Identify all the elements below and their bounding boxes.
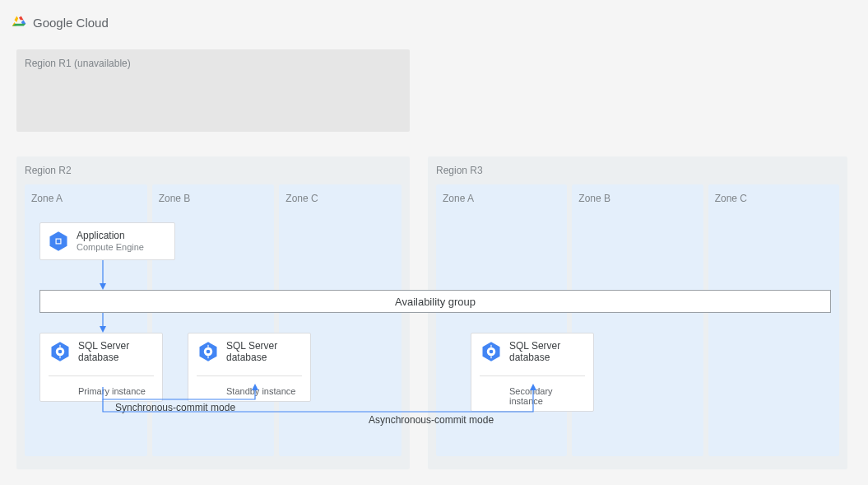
sync-commit-label: Synchronous-commit mode (115, 402, 235, 413)
region-r2-label: Region R2 (25, 165, 402, 176)
db-standby-card: SQL Server database Standby instance (188, 333, 311, 402)
svg-rect-11 (207, 345, 208, 347)
region-r2: Region R2 Zone A Zone B Zone C (16, 156, 410, 469)
divider (480, 375, 585, 376)
r3-zone-b-label: Zone B (578, 193, 696, 204)
r2-zone-b-label: Zone B (159, 193, 268, 204)
svg-rect-6 (59, 345, 60, 347)
region-r3-label: Region R3 (436, 165, 839, 176)
header: Google Cloud (0, 0, 868, 39)
async-commit-label: Asynchronous-commit mode (369, 414, 494, 426)
r3-zone-c: Zone C (708, 184, 839, 456)
divider (49, 375, 154, 376)
r2-zone-c-label: Zone C (285, 193, 395, 204)
application-subtitle: Compute Engine (77, 242, 144, 253)
availability-group: Availability group (39, 290, 831, 313)
r2-zone-a-label: Zone A (31, 193, 141, 204)
db-standby-instance: Standby instance (197, 386, 302, 396)
db-secondary-instance: Secondary instance (480, 386, 585, 406)
db-secondary-card: SQL Server database Secondary instance (471, 333, 594, 412)
product-name: Cloud (77, 16, 109, 30)
region-r1-label: Region R1 (unavailable) (25, 58, 402, 69)
svg-point-15 (490, 350, 494, 354)
compute-engine-icon (47, 230, 70, 253)
cloud-sql-icon (197, 340, 220, 363)
availability-group-label: Availability group (395, 296, 476, 308)
svg-rect-17 (490, 357, 491, 359)
svg-rect-7 (59, 357, 60, 359)
db-standby-title: SQL Server database (226, 340, 302, 364)
cloud-sql-icon (480, 340, 503, 363)
application-title: Application (77, 230, 144, 241)
db-primary-title: SQL Server database (78, 340, 154, 364)
db-secondary-title: SQL Server database (509, 340, 585, 364)
application-card: Application Compute Engine (39, 222, 175, 260)
r3-zone-c-label: Zone C (715, 193, 833, 204)
region-r1: Region R1 (unavailable) (16, 49, 410, 132)
brand-text: Google Cloud (33, 16, 109, 30)
svg-rect-2 (57, 240, 61, 244)
svg-rect-16 (490, 345, 491, 347)
svg-rect-12 (207, 357, 208, 359)
svg-point-5 (58, 350, 63, 354)
db-primary-instance: Primary instance (49, 386, 154, 396)
brand-name: Google (33, 16, 72, 30)
cloud-sql-icon (49, 340, 72, 363)
r3-zone-a-label: Zone A (443, 193, 560, 204)
db-primary-card: SQL Server database Primary instance (39, 333, 163, 402)
gcp-logo-icon (10, 13, 28, 32)
svg-point-10 (207, 350, 211, 354)
r3-zone-b: Zone B (572, 184, 703, 456)
divider (197, 375, 302, 376)
